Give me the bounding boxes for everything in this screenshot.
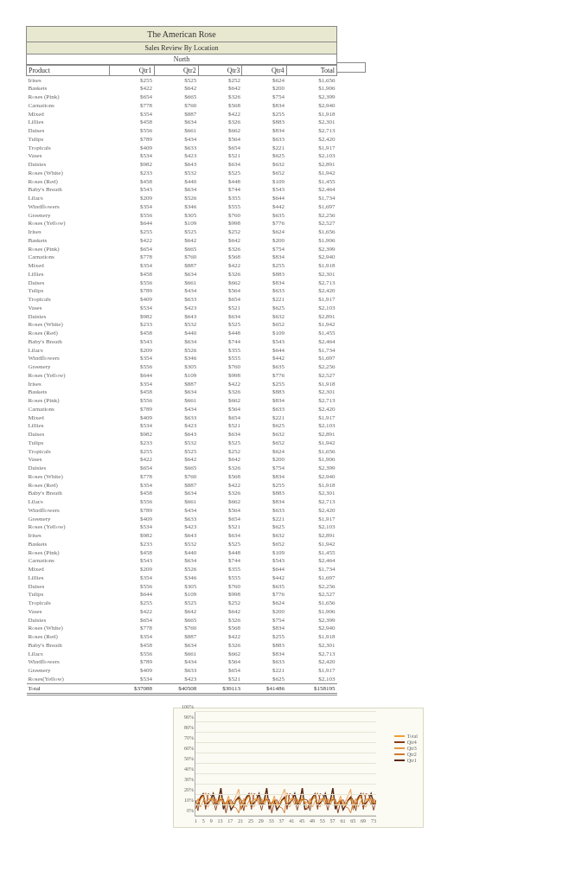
table-cell: $109 <box>242 548 286 557</box>
table-cell: $635 <box>242 211 286 220</box>
table-cell: Windflowers <box>27 506 110 515</box>
table-cell: $521 <box>198 675 242 683</box>
table-cell: $255 <box>242 262 286 271</box>
table-cell: $634 <box>154 388 198 397</box>
table-cell: $754 <box>242 616 286 625</box>
chart-y-label: 80% <box>178 725 194 730</box>
table-cell: $883 <box>242 490 286 498</box>
table-cell: $643 <box>154 161 198 170</box>
table-cell: $1,906 <box>286 607 336 616</box>
table-cell: Lillies <box>27 574 110 582</box>
table-row: Carnations$543$634$744$543$2,464 <box>27 557 337 566</box>
table-cell: $760 <box>154 625 198 633</box>
legend-swatch <box>394 741 405 743</box>
table-cell: $1,918 <box>286 633 336 642</box>
table-cell: $1,942 <box>286 169 336 177</box>
table-cell: $633 <box>154 515 198 523</box>
table-cell: $1,942 <box>286 321 336 330</box>
table-cell: $521 <box>198 304 242 312</box>
table-cell: $624 <box>242 76 286 85</box>
table-cell: Roses (Pink) <box>27 93 110 102</box>
chart-x-tick: 9 <box>210 818 213 824</box>
legend-item: Total <box>394 734 418 739</box>
table-row: Irises$255$525$252$624$1,656 <box>27 76 337 85</box>
table-cell: Carnations <box>27 405 110 413</box>
table-cell: $778 <box>110 625 154 633</box>
chart-y-label: 30% <box>178 777 194 782</box>
table-cell: $326 <box>198 270 242 279</box>
table-row: Vases$422$642$642$200$1,906 <box>27 607 337 616</box>
table-cell: Roses(Yellow) <box>27 675 110 683</box>
table-cell: $422 <box>110 85 154 93</box>
table-cell: $633 <box>242 287 286 296</box>
table-cell: $661 <box>154 650 198 658</box>
table-cell: $2,256 <box>286 363 336 372</box>
table-cell: $2,713 <box>286 127 336 136</box>
chart-x-tick: 25 <box>248 818 253 824</box>
legend-label: Qtr2 <box>407 752 417 757</box>
chart-x-tick: 21 <box>238 818 243 824</box>
table-row: Tropicals$409$633$654$221$1,917 <box>27 296 337 304</box>
table-cell: $643 <box>154 312 198 321</box>
table-cell: $534 <box>110 152 154 161</box>
table-cell: $109 <box>242 177 286 186</box>
table-cell: $633 <box>242 405 286 413</box>
table-cell: $326 <box>198 641 242 650</box>
chart-container: TotalQtr4Qtr3Qtr2Qtr1 0%10%20%30%40%50%6… <box>173 708 424 828</box>
table-cell: $778 <box>110 253 154 262</box>
table-cell: $887 <box>154 110 198 119</box>
table-row: Irises$354$887$422$255$1,918 <box>27 380 337 388</box>
table-cell: $326 <box>198 616 242 625</box>
table-cell: $1,917 <box>286 144 336 152</box>
report-subtitle: Sales Review By Location <box>26 42 337 54</box>
table-cell: $834 <box>242 498 286 507</box>
table-cell: $998 <box>198 371 242 380</box>
table-cell: Lilacs <box>27 346 110 355</box>
table-cell: $744 <box>198 557 242 566</box>
table-row: Roses (Pink)$654$665$326$754$2,399 <box>27 93 337 102</box>
table-cell: $555 <box>198 202 242 211</box>
table-cell: $422 <box>110 456 154 465</box>
table-row: Roses (Pink)$654$665$326$754$2,399 <box>27 245 337 253</box>
table-cell: $634 <box>154 270 198 279</box>
legend-item: Qtr1 <box>394 758 418 763</box>
table-cell: $355 <box>198 195 242 203</box>
sales-table: ProductQtr1Qtr2Qtr3Qtr4Total Irises$255$… <box>26 65 337 695</box>
table-cell: $652 <box>242 169 286 177</box>
table-row: Mixed$209$526$355$644$1,734 <box>27 566 337 574</box>
table-cell: $556 <box>110 279 154 287</box>
table-cell: $834 <box>242 253 286 262</box>
table-cell: $305 <box>154 211 198 220</box>
table-cell: $568 <box>198 625 242 633</box>
table-cell: $2,713 <box>286 397 336 406</box>
table-cell: $2,891 <box>286 431 336 439</box>
table-cell: $644 <box>242 195 286 203</box>
legend-swatch <box>394 759 405 761</box>
table-cell: $662 <box>198 127 242 136</box>
chart-x-tick: 45 <box>299 818 304 824</box>
table-row: Roses (Pink)$458$440$448$109$1,455 <box>27 548 337 557</box>
table-cell: $564 <box>198 658 242 667</box>
table-cell: $532 <box>154 169 198 177</box>
table-cell: Roses (White) <box>27 472 110 481</box>
table-cell: $434 <box>154 135 198 144</box>
table-row: Lilacs$556$661$662$834$2,713 <box>27 498 337 507</box>
table-cell: $568 <box>198 253 242 262</box>
table-cell: $543 <box>242 557 286 566</box>
chart-legend: TotalQtr4Qtr3Qtr2Qtr1 <box>394 733 418 764</box>
table-cell: Lillies <box>27 422 110 431</box>
table-cell: $2,103 <box>286 675 336 683</box>
table-cell: $776 <box>242 371 286 380</box>
table-cell: $458 <box>110 270 154 279</box>
table-cell: $998 <box>198 591 242 599</box>
table-cell: Tulips <box>27 135 110 144</box>
table-cell: $2,103 <box>286 422 336 431</box>
chart-x-ticks: 15913172125293337414549535761656973 <box>195 818 376 824</box>
table-cell: $2,399 <box>286 93 336 102</box>
table-cell: $633 <box>154 413 198 422</box>
chart-x-tick: 53 <box>320 818 325 824</box>
table-cell: Vases <box>27 607 110 616</box>
table-cell: $887 <box>154 380 198 388</box>
table-cell: Baby's Breath <box>27 641 110 650</box>
table-row: Roses (Yellow)$644$109$998$776$2,527 <box>27 220 337 228</box>
